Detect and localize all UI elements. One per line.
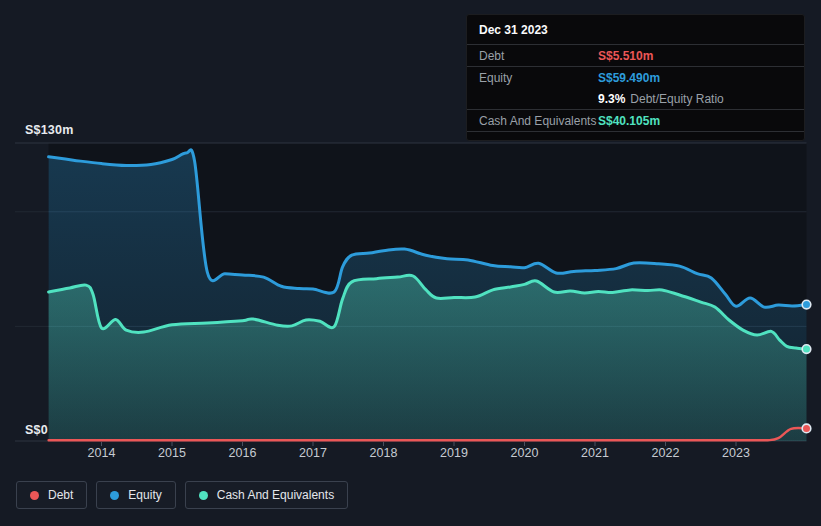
legend-item-cash-and-equivalents[interactable]: Cash And Equivalents [185, 481, 348, 509]
tooltip-equity-label: Equity [479, 71, 598, 85]
legend-item-label: Equity [128, 488, 161, 502]
debt-endpoint-dot[interactable] [802, 424, 811, 433]
y-axis-zero-label: S$0 [25, 423, 48, 437]
equity-endpoint-dot[interactable] [802, 300, 811, 309]
tooltip-row-debt: Debt S$5.510m [467, 45, 804, 67]
x-axis-label-2022: 2022 [652, 446, 680, 460]
legend: DebtEquityCash And Equivalents [16, 481, 348, 509]
x-axis-label-2016: 2016 [229, 446, 257, 460]
tooltip-ratio-label: Debt/Equity Ratio [630, 92, 723, 106]
legend-item-label: Cash And Equivalents [217, 488, 334, 502]
x-axis: 2014201520162017201820192020202120222023 [0, 446, 821, 464]
x-axis-label-2021: 2021 [581, 446, 609, 460]
tooltip-debt-label: Debt [479, 49, 598, 63]
tooltip-row-cash: Cash And Equivalents S$40.105m [467, 110, 804, 132]
cash-and-equivalents-endpoint-dot[interactable] [802, 345, 811, 354]
x-axis-label-2018: 2018 [370, 446, 398, 460]
x-axis-label-2015: 2015 [158, 446, 186, 460]
x-axis-label-2023: 2023 [722, 446, 750, 460]
x-axis-label-2014: 2014 [88, 446, 116, 460]
debt-series-dot-icon [30, 491, 39, 500]
x-axis-label-2019: 2019 [440, 446, 468, 460]
debt-equity-history-chart: S$130m S$0 20142015201620172018201920202… [0, 0, 821, 526]
legend-item-equity[interactable]: Equity [96, 481, 175, 509]
tooltip-cash-label: Cash And Equivalents [479, 114, 598, 128]
tooltip-row-equity: Equity S$59.490m [467, 67, 804, 88]
cash-and-equivalents-series-dot-icon [199, 491, 208, 500]
x-axis-label-2020: 2020 [511, 446, 539, 460]
tooltip: Dec 31 2023 Debt S$5.510m Equity S$59.49… [466, 14, 805, 141]
equity-series-dot-icon [110, 491, 119, 500]
x-axis-label-2017: 2017 [299, 446, 327, 460]
y-axis-max-label: S$130m [25, 123, 73, 137]
tooltip-cash-value: S$40.105m [598, 114, 660, 128]
tooltip-debt-value: S$5.510m [598, 49, 653, 63]
tooltip-ratio-value: 9.3% [598, 92, 625, 106]
tooltip-equity-value: S$59.490m [598, 71, 660, 85]
tooltip-row-ratio: 9.3% Debt/Equity Ratio [467, 88, 804, 110]
legend-item-debt[interactable]: Debt [16, 481, 87, 509]
legend-item-label: Debt [48, 488, 73, 502]
tooltip-date: Dec 31 2023 [467, 15, 804, 45]
